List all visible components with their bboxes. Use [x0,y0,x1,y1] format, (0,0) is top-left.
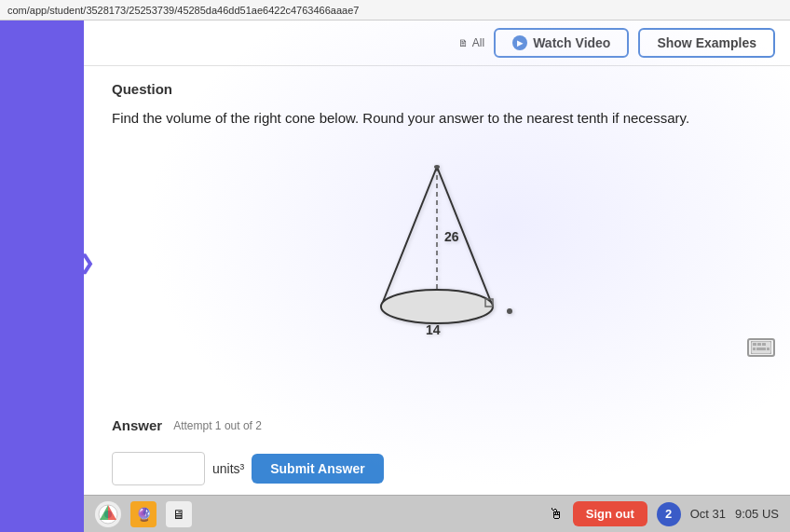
main-content: 🗎 All ▶ Watch Video Show Examples Questi… [84,20,790,532]
svg-line-1 [381,167,437,307]
units-label: units³ [212,461,244,476]
sidebar: ↩ Log Out ❯ [0,20,84,532]
answer-label: Answer [112,417,162,433]
keyboard-icon[interactable] [747,338,775,357]
submit-answer-button[interactable]: Submit Answer [252,454,383,484]
sidebar-expand-chevron[interactable]: ❯ [78,251,95,275]
url-text: com/app/student/3528173/25253739/45285da… [7,5,359,16]
taskbar-icons: 🔮 🖥 [95,501,192,527]
svg-rect-13 [753,348,756,350]
svg-point-3 [381,290,493,323]
answer-area: Answer Attempt 1 out of 2 [84,408,790,444]
sign-out-button[interactable]: Sign out [573,501,647,526]
watch-video-button[interactable]: ▶ Watch Video [494,28,629,58]
play-icon: ▶ [512,35,527,50]
chrome-icon[interactable] [95,501,121,527]
svg-text:26: 26 [444,229,459,244]
show-examples-button[interactable]: Show Examples [638,28,775,58]
circle-badge: 2 [657,502,681,526]
taskbar: 🔮 🖥 🖱 Sign out 2 Oct 31 9:05 US [84,495,790,532]
question-text: Find the volume of the right cone below.… [112,108,762,130]
question-area: Question Find the volume of the right co… [84,66,790,408]
date-display: Oct 31 [690,507,726,521]
svg-rect-14 [756,348,766,350]
svg-rect-15 [767,348,770,350]
keyboard-icon-area[interactable] [747,338,775,357]
svg-text:14: 14 [426,322,441,337]
url-bar: com/app/student/3528173/25253739/45285da… [0,0,790,20]
answer-input[interactable] [112,452,205,485]
cone-diagram: 26 14 [344,148,530,353]
svg-rect-11 [757,343,761,346]
toolbar: 🗎 All ▶ Watch Video Show Examples [84,20,790,66]
svg-point-8 [507,308,512,314]
svg-point-4 [434,165,440,169]
screen-icon[interactable]: 🖱 [549,506,564,523]
taskbar-right: 🖱 Sign out 2 Oct 31 9:05 US [549,501,779,526]
app-icon-2[interactable]: 🔮 [130,501,157,527]
app-icon-3[interactable]: 🖥 [166,501,192,527]
diagram-container: 26 14 [112,148,762,353]
question-label: Question [112,81,762,97]
all-button[interactable]: 🗎 All [458,36,484,49]
svg-rect-10 [753,343,756,346]
answer-row: units³ Submit Answer [84,444,790,495]
svg-rect-12 [762,343,766,346]
time-display: 9:05 US [735,507,779,521]
attempt-text: Attempt 1 out of 2 [173,419,262,432]
